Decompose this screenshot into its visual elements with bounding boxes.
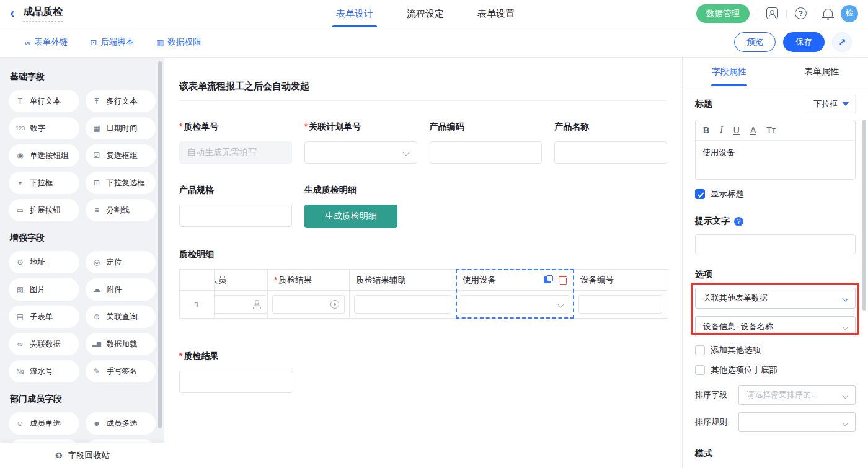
form-design-canvas: 该表单流程报工之后会自动发起 *质检单号 自动生成无需填写 *关联计划单号 产品… [164,58,682,468]
bar-chart-icon: ▃▆ [92,341,102,347]
address-pin-icon: ⊙ [15,258,25,267]
other-bottom-checkbox[interactable] [695,365,705,375]
data-permission-link[interactable]: ▥数据权限 [156,37,201,48]
field-plan-no[interactable]: *关联计划单号 [304,121,417,164]
field-generate-detail[interactable]: 生成质检明细 生成质检明细 [304,185,417,228]
title-editor-value[interactable]: 使用设备 [696,141,855,179]
field-dropdown[interactable]: ▾下拉框 [9,172,79,194]
field-radio-group[interactable]: ◉单选按钮组 [9,144,79,167]
field-product-code[interactable]: 产品编码 [430,121,542,164]
font-size-icon[interactable]: Tт [766,125,776,135]
add-other-option[interactable]: 添加其他选项 [695,345,856,356]
recycle-icon: ♻ [55,450,63,461]
plan-no-select[interactable] [304,141,417,164]
back-icon[interactable]: ‹ [10,7,14,20]
field-locate[interactable]: ◎定位 [86,251,156,273]
field-product-spec[interactable]: 产品规格 [179,185,292,228]
field-divider[interactable]: ≡分割线 [86,199,156,221]
field-link-query[interactable]: ⊕关联查询 [86,306,156,328]
field-data-load[interactable]: ▃▆数据加载 [86,333,156,355]
field-qc-result[interactable]: *质检结果 [179,351,667,393]
field-datetime[interactable]: ▦日期时间 [86,117,156,139]
field-recycle-bin[interactable]: ♻ 字段回收站 [0,443,164,468]
title-rich-editor[interactable]: B I U A Tт 使用设备 [695,120,856,180]
field-link-data[interactable]: ∞关联数据 [9,333,79,355]
italic-icon[interactable]: I [720,125,723,135]
field-number[interactable]: 123数字 [9,117,79,139]
form-external-link[interactable]: ∞表单外链 [25,37,68,48]
link-data-icon: ∞ [15,340,25,348]
bold-icon[interactable]: B [703,125,709,135]
field-subform[interactable]: ▤子表单 [9,306,79,328]
show-title-checkbox[interactable] [695,189,705,199]
field-dropdown-multi[interactable]: ⊞下拉复选框 [86,172,156,194]
tab-form-setting[interactable]: 表单设置 [477,0,515,27]
column-header-result-aux[interactable]: 质检结果辅助 [350,270,456,291]
product-name-input[interactable] [554,141,667,164]
product-spec-input[interactable] [179,205,292,227]
column-header-index [180,270,215,291]
hint-text-input[interactable] [695,234,856,254]
notification-bell-icon[interactable] [823,9,833,17]
help-badge-icon[interactable]: ? [734,217,743,226]
generate-detail-button[interactable]: 生成质检明细 [304,205,397,228]
single-line-text-icon: T [15,97,25,105]
device-no-cell[interactable] [574,291,667,318]
show-title-option[interactable]: 显示标题 [695,188,856,200]
field-member-multi[interactable]: ☻成员多选 [86,412,156,435]
tab-field-properties[interactable]: 字段属性 [683,58,776,86]
preview-button[interactable]: 预览 [734,32,776,52]
result-cell[interactable] [268,291,350,318]
option-source-select[interactable]: 关联其他表单数据 [695,288,856,309]
tab-form-properties[interactable]: 表单属性 [776,58,868,86]
delete-column-icon[interactable] [559,275,567,285]
help-icon[interactable]: ? [795,7,807,19]
field-member-single[interactable]: ☺成员单选 [9,412,79,435]
ext-button-icon: ▭ [15,206,25,214]
field-checkbox-group[interactable]: ☑复选框组 [86,144,156,167]
font-color-icon[interactable]: A [750,125,756,135]
field-ext-button[interactable]: ▭扩展按钮 [9,199,79,221]
field-address[interactable]: ⊙地址 [9,251,79,273]
backend-script-link[interactable]: ⊡后端脚本 [90,37,134,48]
field-image[interactable]: ▨图片 [9,278,79,301]
field-single-line-text[interactable]: T单行文本 [9,90,79,112]
column-header-device-no[interactable]: 设备编号 [574,270,667,291]
device-select-cell[interactable] [456,291,574,318]
underline-icon[interactable]: U [733,125,740,135]
add-other-checkbox[interactable] [695,345,705,355]
qc-result-input[interactable] [179,371,293,393]
tab-form-design[interactable]: 表单设计 [336,0,373,27]
data-manage-button[interactable]: 数据管理 [696,4,750,23]
sort-field-select[interactable]: 请选择需要排序的... [738,385,856,405]
properties-panel: 字段属性 表单属性 标题 下拉框 B I U A Tт 使用设备 [682,58,868,468]
product-code-input[interactable] [430,141,542,164]
field-multi-line-text[interactable]: Ŧ多行文本 [86,90,156,112]
field-serial-number[interactable]: №流水号 [9,360,79,382]
page-title[interactable]: 成品质检 [23,6,63,22]
column-header-result[interactable]: *质检结果 [268,270,350,291]
qc-no-input[interactable]: 自动生成无需填写 [179,141,292,164]
option-field-select[interactable]: 设备信息--设备名称 [695,316,856,337]
other-bottom-option[interactable]: 其他选项位于底部 [695,364,856,376]
column-header-inspector[interactable]: 质检人员 [215,270,268,291]
field-product-name[interactable]: 产品名称 [554,121,667,164]
field-signature[interactable]: ✎手写签名 [86,360,156,382]
user-avatar[interactable]: 检 [841,5,858,22]
column-header-device[interactable]: 使用设备 [456,270,574,291]
sidebar-scrollbar[interactable] [158,61,162,428]
sort-rule-select[interactable] [738,412,856,432]
form-notice: 该表单流程报工之后会自动发起 [179,81,667,92]
field-attachment[interactable]: ☁附件 [86,278,156,301]
link-query-icon: ⊕ [92,312,102,321]
field-type-select[interactable]: 下拉框 [807,95,856,113]
save-button[interactable]: 保存 [783,32,825,52]
copy-column-icon[interactable] [544,275,553,285]
tab-flow-setting[interactable]: 流程设定 [407,0,444,27]
field-qc-no[interactable]: *质检单号 自动生成无需填写 [179,121,292,164]
contacts-icon[interactable] [766,7,778,19]
inspector-cell[interactable] [215,291,268,318]
panel-scrollbar[interactable] [862,120,866,311]
result-aux-cell[interactable] [350,291,456,318]
share-button[interactable]: ↗ [832,32,852,52]
